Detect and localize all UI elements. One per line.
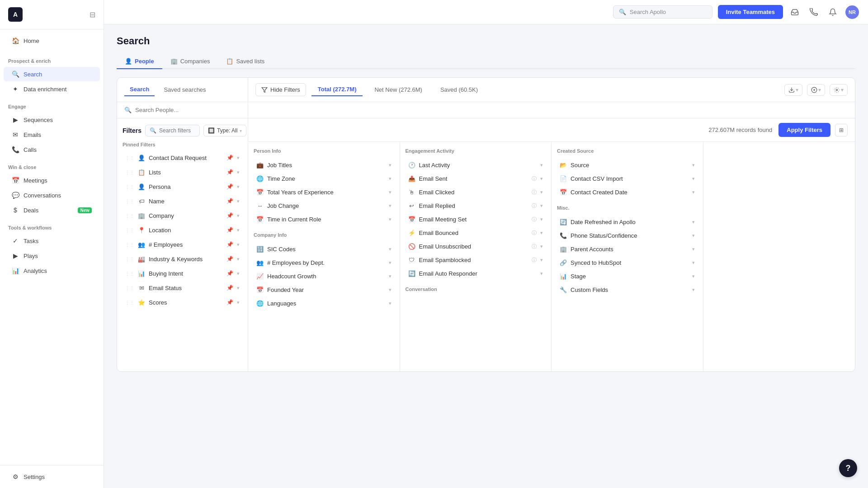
expand-icon: ▾ xyxy=(389,246,392,252)
bell-icon[interactable] xyxy=(826,6,839,19)
filter-contact-csv-import[interactable]: 📄 Contact CSV Import ▾ xyxy=(557,172,698,185)
drag-handle-icon: ⋮⋮ xyxy=(125,184,134,189)
filter-custom-fields[interactable]: 🔧 Custom Fields ▾ xyxy=(557,283,698,296)
filter-item-name[interactable]: ⋮⋮ 🏷 Name 📌 ▾ xyxy=(123,194,242,208)
sidebar-item-calls[interactable]: 📞 Calls xyxy=(4,142,100,157)
filter-time-zone[interactable]: 🌐 Time Zone ▾ xyxy=(254,172,394,185)
view-options-button[interactable]: ▾ xyxy=(830,84,848,96)
export-button[interactable]: ▾ xyxy=(784,84,802,96)
filter-parent-accounts[interactable]: 🏢 Parent Accounts ▾ xyxy=(557,242,698,256)
inbox-icon[interactable] xyxy=(788,6,801,19)
filter-phone-status[interactable]: 📞 Phone Status/Confidence ▾ xyxy=(557,229,698,242)
sidebar-item-data-enrichment[interactable]: ✦ Data enrichment xyxy=(4,82,100,96)
sidebar-item-meetings[interactable]: 📅 Meetings xyxy=(4,173,100,188)
sidebar-item-search[interactable]: 🔍 Search xyxy=(4,67,100,81)
filter-item-persona[interactable]: ⋮⋮ 👤 Persona 📌 ▾ xyxy=(123,180,242,193)
filter-item-label: Email Sent xyxy=(419,175,528,182)
add-to-list-button[interactable]: ▾ xyxy=(807,84,825,96)
filter-email-bounced[interactable]: ⚡ Email Bounced ⓘ ▾ xyxy=(406,226,546,239)
filter-email-sent[interactable]: 📤 Email Sent ⓘ ▾ xyxy=(406,172,546,185)
pinned-filter-list: ⋮⋮ 👤 Contact Data Request 📌 ▾ ⋮⋮ 📋 Lists… xyxy=(123,151,242,309)
filter-languages[interactable]: 🌐 Languages ▾ xyxy=(254,296,394,310)
filter-email-replied[interactable]: ↩ Email Replied ⓘ ▾ xyxy=(406,199,546,212)
filter-expand-icon: ▾ xyxy=(237,169,240,175)
filter-item-buying-intent[interactable]: ⋮⋮ 📊 Buying Intent 📌 ▾ xyxy=(123,267,242,280)
filter-label: Contact Data Request xyxy=(149,155,223,161)
type-filter-dropdown[interactable]: 🔲 Type: All ▾ xyxy=(203,125,246,136)
filter-item-company[interactable]: ⋮⋮ 🏢 Company 📌 ▾ xyxy=(123,209,242,222)
filter-item-label: Email Meeting Set xyxy=(419,216,528,223)
filter-job-change[interactable]: ↔ Job Change ▾ xyxy=(254,199,394,212)
search-tab-search[interactable]: Search xyxy=(124,83,155,96)
filter-date-refreshed[interactable]: 🔄 Date Refreshed in Apollo ▾ xyxy=(557,215,698,229)
filter-item-email-status[interactable]: ⋮⋮ ✉ Email Status 📌 ▾ xyxy=(123,281,242,295)
filter-item-industry-keywords[interactable]: ⋮⋮ 🏭 Industry & Keywords 📌 ▾ xyxy=(123,252,242,266)
sidebar-item-emails[interactable]: ✉ Emails xyxy=(4,127,100,142)
filter-search-input[interactable] xyxy=(159,127,195,134)
filter-item-contact-data-request[interactable]: ⋮⋮ 👤 Contact Data Request 📌 ▾ xyxy=(123,151,242,164)
saved-tab-button[interactable]: Saved (60.5K) xyxy=(434,84,484,96)
filter-item-scores[interactable]: ⋮⋮ ⭐ Scores 📌 ▾ xyxy=(123,296,242,309)
sidebar-item-conversations[interactable]: 💬 Conversations xyxy=(4,188,100,202)
sidebar-toggle-icon[interactable]: ⊟ xyxy=(90,10,95,19)
tab-people-label: People xyxy=(135,58,154,65)
sidebar-item-settings[interactable]: ⚙ Settings xyxy=(4,469,100,484)
user-avatar[interactable]: NR xyxy=(845,5,859,19)
help-circle-icon: ⓘ xyxy=(532,189,537,196)
invite-teammates-button[interactable]: Invite Teammates xyxy=(718,5,783,19)
filter-item-location[interactable]: ⋮⋮ 📍 Location 📌 ▾ xyxy=(123,223,242,237)
tab-companies[interactable]: 🏢 Companies xyxy=(162,54,218,69)
filter-total-years-experience[interactable]: 📅 Total Years of Experience ▾ xyxy=(254,185,394,199)
filters-title: Filters xyxy=(123,127,142,134)
expand-icon: ▾ xyxy=(540,271,543,277)
filter-email-unsubscribed[interactable]: 🚫 Email Unsubscribed ⓘ ▾ xyxy=(406,239,546,253)
filter-contact-created-date[interactable]: 📅 Contact Created Date ▾ xyxy=(557,185,698,199)
expand-icon: ▾ xyxy=(540,244,543,249)
filter-item-employees[interactable]: ⋮⋮ 👥 # Employees 📌 ▾ xyxy=(123,238,242,251)
filter-founded-year[interactable]: 📅 Founded Year ▾ xyxy=(254,283,394,296)
sidebar-item-tasks[interactable]: ✓ Tasks xyxy=(4,234,100,248)
filter-job-titles[interactable]: 💼 Job Titles ▾ xyxy=(254,158,394,172)
sidebar-item-sequences[interactable]: ▶ Sequences xyxy=(4,113,100,127)
filter-stage[interactable]: 📊 Stage ▾ xyxy=(557,269,698,283)
companies-tab-icon: 🏢 xyxy=(170,58,178,65)
filter-source[interactable]: 📂 Source ▾ xyxy=(557,158,698,172)
help-button[interactable]: ? xyxy=(839,459,857,477)
hide-filters-label: Hide Filters xyxy=(270,86,300,93)
search-tab-saved-searches[interactable]: Saved searches xyxy=(158,84,211,96)
filter-item-label: Founded Year xyxy=(267,286,385,293)
hide-filters-button[interactable]: Hide Filters xyxy=(255,83,306,96)
sidebar-item-analytics[interactable]: 📊 Analytics xyxy=(4,263,100,278)
search-people-input[interactable] xyxy=(135,107,241,113)
columns-toggle-icon[interactable]: ⊞ xyxy=(835,124,848,136)
expand-icon: ▾ xyxy=(692,219,695,225)
filter-sic-codes[interactable]: 🔢 SIC Codes ▾ xyxy=(254,242,394,256)
total-tab-button[interactable]: Total (272.7M) xyxy=(311,83,363,96)
filter-time-in-current-role[interactable]: 📅 Time in Current Role ▾ xyxy=(254,212,394,226)
filter-employees-by-dept[interactable]: 👥 # Employees by Dept. ▾ xyxy=(254,256,394,269)
tab-people[interactable]: 👤 People xyxy=(117,54,162,69)
filter-synced-to-hubspot[interactable]: 🔗 Synced to HubSpot ▾ xyxy=(557,256,698,269)
filter-last-activity[interactable]: 🕐 Last Activity ▾ xyxy=(406,158,546,172)
filter-email-spamblocked[interactable]: 🛡 Email Spamblocked ⓘ ▾ xyxy=(406,253,546,267)
email-bounced-icon: ⚡ xyxy=(408,229,415,236)
filter-email-auto-responder[interactable]: 🔄 Email Auto Responder ▾ xyxy=(406,267,546,280)
tab-saved-lists[interactable]: 📋 Saved lists xyxy=(218,54,273,69)
phone-icon[interactable] xyxy=(807,6,820,19)
filter-email-meeting-set[interactable]: 📅 Email Meeting Set ⓘ ▾ xyxy=(406,212,546,226)
app-logo[interactable]: A xyxy=(8,7,23,22)
sidebar-item-deals[interactable]: $ Deals New xyxy=(4,203,100,217)
headcount-icon: 📈 xyxy=(256,272,264,280)
sequences-icon: ▶ xyxy=(12,116,19,123)
sidebar-item-plays[interactable]: ▶ Plays xyxy=(4,249,100,263)
filter-email-clicked[interactable]: 🖱 Email Clicked ⓘ ▾ xyxy=(406,185,546,199)
global-search[interactable]: 🔍 Search Apollo xyxy=(613,5,712,19)
expand-icon: ▾ xyxy=(540,257,543,263)
filter-item-lists[interactable]: ⋮⋮ 📋 Lists 📌 ▾ xyxy=(123,165,242,179)
apply-filters-button[interactable]: Apply Filters xyxy=(778,123,830,137)
filter-headcount-growth[interactable]: 📈 Headcount Growth ▾ xyxy=(254,269,394,283)
sidebar-item-home[interactable]: 🏠 Home xyxy=(4,33,100,48)
net-new-tab-button[interactable]: Net New (272.6M) xyxy=(368,84,428,96)
sidebar-item-label: Settings xyxy=(24,474,45,480)
filter-item-label: Source xyxy=(571,162,689,169)
